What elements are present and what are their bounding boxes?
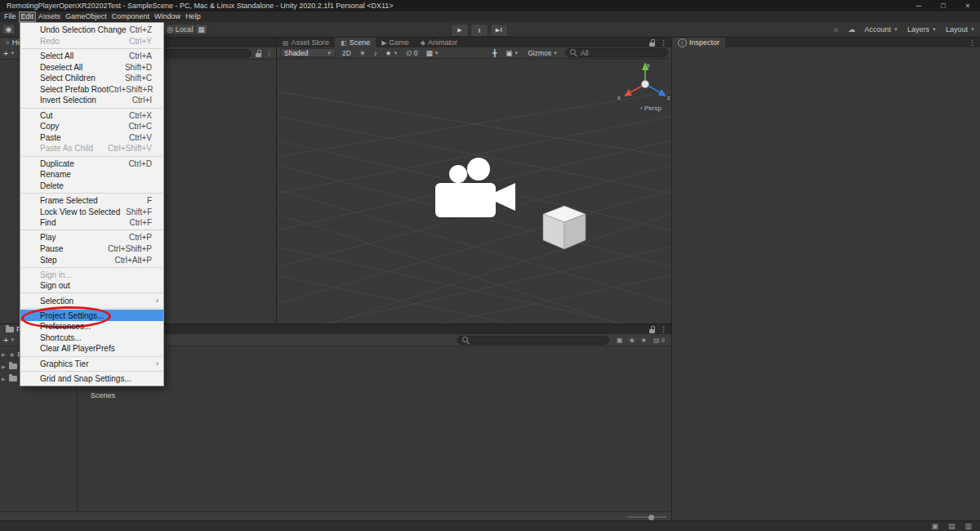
menu-item[interactable]: Sign in... (20, 269, 163, 280)
search-by-label-icon[interactable]: ◈ (630, 337, 635, 344)
menu-item[interactable]: Select Children Shift+C (20, 73, 163, 84)
menubar-assets[interactable]: Assets (36, 11, 63, 22)
play-button[interactable]: ▶ (451, 24, 469, 37)
menubar-edit[interactable]: Edit (19, 11, 37, 22)
step-button[interactable]: ▶‖ (490, 24, 508, 37)
grid-snap-button[interactable]: ▦ (194, 24, 208, 35)
scene-search-input[interactable]: All (565, 48, 668, 57)
lock-icon[interactable] (649, 39, 655, 47)
tab-game[interactable]: ▶ Game (376, 38, 415, 47)
close-button[interactable]: × (956, 0, 980, 11)
minimize-button[interactable]: ─ (906, 0, 931, 11)
menu-item[interactable]: Cut Ctrl+X (20, 109, 163, 121)
menu-item[interactable]: Lock View to Selected Shift+F (20, 206, 163, 217)
hidden-packages-button[interactable]: ▤ 9 (653, 337, 665, 344)
menubar-help[interactable]: Help (183, 11, 203, 22)
menu-item[interactable]: Clear All PlayerPrefs (20, 343, 163, 355)
foldout-arrow-icon: ▶ (2, 351, 7, 357)
kebab-menu-icon[interactable]: ⋮ (660, 325, 667, 333)
menu-item[interactable]: Invert Selection Ctrl+I (20, 95, 163, 106)
toggle-2d-button[interactable]: 2D (341, 48, 353, 57)
draw-mode-dropdown[interactable]: Shaded ▼ (280, 48, 336, 57)
persp-indicator[interactable]: ‹ Persp (628, 105, 672, 112)
menubar-gameobject[interactable]: GameObject (63, 11, 109, 22)
menu-item[interactable]: Frame Selected F (20, 195, 163, 207)
menu-item[interactable]: Undo Selection Change Ctrl+Z (20, 25, 163, 36)
menu-item[interactable]: Paste Ctrl+V (20, 132, 163, 144)
menu-item[interactable]: Step Ctrl+Alt+P (20, 254, 163, 266)
orientation-gizmo[interactable]: y x z (617, 62, 670, 100)
lock-icon[interactable] (649, 326, 655, 333)
scene-audio-button[interactable]: ♪ (372, 48, 379, 57)
menu-item[interactable]: Copy Ctrl+C (20, 121, 163, 132)
effects-dropdown[interactable]: ★▼ (384, 48, 400, 57)
tab-asset-store[interactable]: ▤ Asset Store (277, 38, 335, 47)
background-tasks-icon[interactable]: ▣ (931, 522, 938, 530)
save-search-star-icon[interactable]: ★ (641, 337, 647, 344)
menu-item[interactable]: Redo Ctrl+Y (20, 36, 163, 47)
menu-item[interactable]: Select Prefab Root Ctrl+Shift+R (20, 84, 163, 96)
menu-item[interactable]: Sign out (20, 280, 163, 292)
menu-item[interactable]: Shortcuts... (20, 332, 163, 344)
menu-item[interactable]: Select All Ctrl+A (20, 51, 163, 62)
menu-item[interactable]: Selection (20, 295, 163, 306)
preview-packages-icon[interactable]: ☼ (832, 25, 839, 33)
menubar-file[interactable]: File (2, 11, 19, 22)
menu-item[interactable]: Grid and Snap Settings... (20, 373, 163, 385)
search-by-type-icon[interactable]: ▣ (617, 337, 623, 344)
view-tool-button[interactable]: ◉ (2, 24, 16, 35)
tab-animator[interactable]: ◈ Animator (415, 38, 463, 47)
camera-icon: ▣ (506, 49, 512, 57)
menu-item[interactable]: Delete (20, 181, 163, 192)
menubar-window[interactable]: Window (152, 11, 183, 22)
component-tools-button[interactable]: ╋ (491, 48, 498, 57)
slider-handle[interactable] (648, 515, 654, 520)
maximize-button[interactable]: □ (931, 0, 956, 11)
layers-dropdown[interactable]: Layers ▼ (907, 25, 937, 33)
layout-label: Layout (946, 25, 968, 33)
scene-viewport[interactable]: y x z ‹ Persp (277, 59, 672, 324)
thumbnail-size-slider[interactable] (627, 516, 666, 518)
menu-item-project-settings[interactable]: Project Settings... (20, 310, 163, 321)
kebab-menu-icon[interactable]: ⋮ (265, 49, 273, 57)
project-search-input[interactable] (457, 336, 609, 345)
project-items-grid: Scenes (78, 346, 671, 511)
menu-item[interactable]: Play Ctrl+P (20, 232, 163, 243)
menu-item (21, 308, 163, 309)
menu-item[interactable]: Find Ctrl+F (20, 217, 163, 229)
project-item-scenes[interactable]: Scenes (84, 391, 122, 399)
menu-item[interactable]: Graphics Tier (20, 358, 163, 369)
handle-rotation-toggle[interactable]: ◎ Local (162, 24, 198, 35)
layout-dropdown[interactable]: Layout ▼ (946, 25, 975, 33)
kebab-menu-icon[interactable]: ⋮ (969, 38, 976, 47)
gizmos-dropdown[interactable]: Gizmos▼ (526, 48, 559, 57)
menu-item[interactable]: Preferences... (20, 321, 163, 332)
tab-icon: ▤ (283, 39, 289, 47)
scene-camera-dropdown[interactable]: ▣▼ (504, 48, 520, 57)
menu-item[interactable]: Duplicate Ctrl+D (20, 158, 163, 169)
kebab-menu-icon[interactable]: ⋮ (660, 38, 667, 47)
cube-object[interactable] (543, 206, 586, 249)
hierarchy-add-button[interactable]: + ▼ (3, 49, 15, 58)
tab-inspector[interactable]: i Inspector (672, 38, 725, 47)
lock-icon[interactable] (256, 50, 261, 57)
menu-item (21, 193, 163, 194)
menu-item[interactable]: Pause Ctrl+Shift+P (20, 243, 163, 255)
notifications-icon[interactable]: ▥ (964, 522, 972, 530)
console-icon[interactable]: ▤ (948, 522, 956, 530)
menu-item[interactable]: Deselect All Shift+D (20, 61, 163, 73)
tab-scene[interactable]: ◧ Scene (335, 38, 376, 47)
grid-visibility-dropdown[interactable]: ▦▼ (424, 48, 440, 57)
menu-item[interactable]: Rename (20, 169, 163, 181)
pause-button[interactable]: ‖ (470, 24, 488, 37)
cloud-collab-icon[interactable]: ☁ (849, 25, 856, 33)
title-bar: RemotingPlayerOpenXR20202Test - SampleSc… (0, 0, 980, 11)
scene-lighting-button[interactable]: ☀ (358, 48, 368, 57)
menubar-component[interactable]: Component (109, 11, 153, 22)
lightbulb-icon: ☀ (359, 49, 366, 57)
scene-visibility-button[interactable]: ∅0 (404, 48, 419, 57)
account-dropdown[interactable]: Account ▼ (865, 25, 898, 33)
project-add-button[interactable]: + ▼ (3, 336, 15, 345)
tab-label: Scene (350, 38, 371, 47)
menu-item[interactable]: Paste As Child Ctrl+Shift+V (20, 143, 163, 154)
